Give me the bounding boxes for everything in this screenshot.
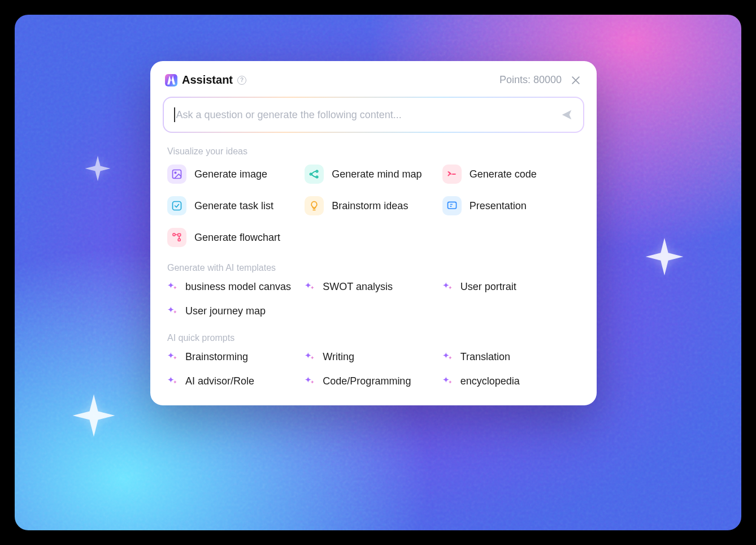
prompt-encyclopedia[interactable]: encyclopedia — [442, 375, 580, 387]
prompt-code-programming[interactable]: Code/Programming — [305, 375, 442, 387]
sparkle-icon — [442, 282, 454, 293]
templates-grid: business model canvas SWOT analysis User… — [167, 281, 580, 317]
template-business-model-canvas[interactable]: business model canvas — [167, 281, 305, 293]
help-icon[interactable] — [237, 76, 246, 85]
tile-label: Generate flowchart — [194, 232, 280, 244]
tile-generate-flowchart[interactable]: Generate flowchart — [167, 228, 305, 247]
prompt-translation[interactable]: Translation — [442, 351, 580, 363]
assistant-dialog: Assistant Points: 80000 Visualize your i… — [150, 61, 597, 405]
dialog-header: Assistant Points: 80000 — [150, 73, 597, 97]
sparkle-icon — [442, 376, 454, 387]
svg-point-9 — [178, 239, 180, 241]
tile-label: Generate code — [470, 168, 537, 180]
prompt-label: AI advisor/Role — [185, 375, 254, 387]
visualize-grid: Generate image Generate mind map Generat… — [167, 165, 580, 247]
code-icon — [442, 165, 462, 184]
prompt-label: Code/Programming — [323, 375, 411, 387]
section-title-templates: Generate with AI templates — [167, 263, 580, 273]
tile-generate-image[interactable]: Generate image — [167, 165, 305, 184]
sparkle-icon — [442, 352, 454, 363]
svg-rect-0 — [173, 170, 181, 179]
dialog-title: Assistant — [182, 73, 233, 86]
checkbox-icon — [167, 196, 186, 215]
template-label: User portrait — [460, 281, 516, 293]
image-icon — [167, 165, 186, 184]
prompt-ai-advisor[interactable]: AI advisor/Role — [167, 375, 305, 387]
prompt-label: encyclopedia — [460, 375, 520, 387]
tile-label: Generate mind map — [332, 168, 422, 180]
prompt-writing[interactable]: Writing — [305, 351, 442, 363]
tile-label: Brainstorm ideas — [332, 200, 408, 212]
section-title-prompts: AI quick prompts — [167, 333, 580, 343]
presentation-icon — [442, 196, 462, 215]
sparkle-icon — [167, 282, 179, 293]
mindmap-icon — [305, 165, 324, 184]
template-user-portrait[interactable]: User portrait — [442, 281, 580, 293]
tile-presentation[interactable]: Presentation — [442, 196, 580, 215]
prompt-label: Brainstorming — [185, 351, 248, 363]
tile-label: Generate image — [194, 168, 267, 180]
svg-rect-8 — [178, 233, 181, 236]
sparkle-icon — [305, 282, 316, 293]
tile-label: Presentation — [470, 200, 527, 212]
prompts-grid: Brainstorming Writing Translation AI adv… — [167, 351, 580, 387]
svg-rect-6 — [447, 202, 456, 209]
sparkle-decoration-icon — [82, 153, 113, 184]
template-swot-analysis[interactable]: SWOT analysis — [305, 281, 442, 293]
template-label: User journey map — [185, 305, 266, 317]
points-label: Points: 80000 — [499, 74, 562, 86]
prompt-label: Writing — [323, 351, 354, 363]
flowchart-icon — [167, 228, 186, 247]
sparkle-decoration-icon — [68, 390, 119, 441]
svg-point-1 — [175, 172, 176, 174]
sparkle-decoration-icon — [642, 234, 687, 279]
svg-point-2 — [310, 173, 312, 175]
prompt-input-container — [163, 97, 584, 133]
sparkle-icon — [305, 352, 316, 363]
background: Assistant Points: 80000 Visualize your i… — [15, 15, 741, 530]
prompt-label: Translation — [460, 351, 510, 363]
template-label: SWOT analysis — [323, 281, 393, 293]
sparkle-icon — [167, 376, 179, 387]
svg-rect-5 — [173, 202, 181, 210]
tile-label: Generate task list — [194, 200, 273, 212]
template-user-journey-map[interactable]: User journey map — [167, 305, 305, 317]
prompt-input[interactable] — [176, 109, 561, 121]
template-label: business model canvas — [185, 281, 291, 293]
send-button[interactable] — [561, 109, 573, 121]
sparkle-icon — [167, 352, 179, 363]
text-cursor — [174, 107, 175, 122]
section-title-visualize: Visualize your ideas — [167, 146, 580, 157]
svg-point-3 — [316, 170, 318, 172]
tile-brainstorm[interactable]: Brainstorm ideas — [305, 196, 442, 215]
tile-generate-code[interactable]: Generate code — [442, 165, 580, 184]
sparkle-icon — [167, 306, 179, 317]
sparkle-icon — [305, 376, 316, 387]
close-button[interactable] — [570, 74, 582, 86]
app-logo-icon — [165, 74, 177, 86]
svg-point-4 — [316, 176, 318, 178]
tile-generate-mindmap[interactable]: Generate mind map — [305, 165, 442, 184]
svg-point-7 — [173, 233, 175, 236]
lightbulb-icon — [305, 196, 324, 215]
prompt-brainstorming[interactable]: Brainstorming — [167, 351, 305, 363]
tile-generate-tasklist[interactable]: Generate task list — [167, 196, 305, 215]
